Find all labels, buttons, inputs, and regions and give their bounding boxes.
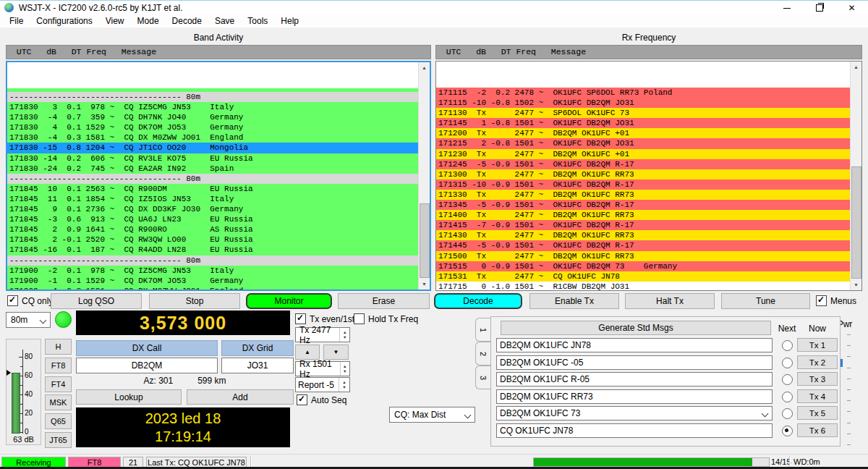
- next-radio-3[interactable]: [782, 374, 793, 385]
- next-radio-5[interactable]: [782, 408, 793, 419]
- menus-checkbox[interactable]: Menus: [816, 295, 856, 306]
- dx-call-input[interactable]: DB2QM: [76, 358, 218, 373]
- mode-button-jt65[interactable]: JT65: [45, 432, 72, 448]
- decode-row[interactable]: 171845 -3 0.6 913 ~ CQ UA6J LN23 EU Russ…: [7, 214, 419, 224]
- decode-row[interactable]: 171830 4 0.1 1529 ~ CQ DK7OM JO53 German…: [7, 122, 419, 132]
- scrollbar-thumb[interactable]: [420, 203, 430, 278]
- decode-row[interactable]: 171830 -14 0.2 606 ~ CQ RV3LE KO75 EU Ru…: [7, 153, 419, 164]
- generate-std-msgs-button[interactable]: Generate Std Msgs: [501, 321, 771, 335]
- stop-button[interactable]: Stop: [149, 293, 240, 309]
- decode-row[interactable]: 171315 -10 -0.9 1501 ~ OK1UFC DB2QM R-17: [436, 179, 851, 190]
- decode-row[interactable]: 171130 Tx 2477 ~ SP6DOL OK1UFC 73: [436, 108, 851, 118]
- decode-row[interactable]: 171900 -4 0.3 1581 ~ CQ DX M0ZWW JO01 En…: [7, 286, 419, 291]
- cq-mode-select[interactable]: CQ: Max Dist: [389, 407, 475, 423]
- cq-only-checkbox[interactable]: CQ only: [7, 295, 53, 306]
- mode-button-q65[interactable]: Q65: [45, 413, 72, 429]
- tx-freq-spinner[interactable]: Tx 2477 Hz ▲▼: [295, 327, 350, 342]
- decode-row[interactable]: 171830 -4 0.3 1581 ~ CQ DX M0ZWW JO01 En…: [7, 132, 419, 143]
- decode-row[interactable]: 171830 -4 0.7 359 ~ CQ DH7NK JO40 German…: [7, 112, 419, 122]
- freq-up-button[interactable]: ▲: [295, 345, 320, 360]
- decode-row[interactable]: 171500 Tx 2477 ~ DB2QM OK1UFC RR73: [436, 251, 851, 261]
- hold-tx-freq-checkbox[interactable]: Hold Tx Freq: [354, 313, 418, 324]
- decode-row[interactable]: 171445 -5 -0.9 1501 ~ OK1UFC DB2QM R-17: [436, 240, 851, 250]
- decode-row[interactable]: 171215 2 -0.8 1501 ~ OK1UFC DB2QM JO31: [436, 138, 851, 148]
- tx-message-field-4[interactable]: DB2QM OK1UFC RR73: [496, 389, 773, 404]
- tx-message-field-5[interactable]: DB2QM OK1UFC 73: [496, 406, 773, 421]
- decode-row[interactable]: 171900 -2 0.1 978 ~ CQ IZ5CMG JN53 Italy: [7, 266, 419, 276]
- menu-item[interactable]: Tools: [241, 14, 274, 28]
- tx-6-button[interactable]: Tx 6: [797, 423, 838, 437]
- lookup-button[interactable]: Lookup: [76, 389, 182, 405]
- decode-row[interactable]: 171115 -2 0.2 2478 ~ OK1UFC SP6DOL RR73 …: [436, 88, 851, 98]
- decode-row[interactable]: 171830 3 0.1 978 ~ CQ IZ5CMG JN53 Italy: [7, 102, 419, 112]
- next-radio-4[interactable]: [782, 392, 793, 402]
- mode-button-ft8[interactable]: FT8: [45, 358, 72, 373]
- mode-button-ft4[interactable]: FT4: [45, 376, 72, 392]
- decode-row[interactable]: 171115 -10 -0.8 1502 ~ OK1UFC DB2QM JO31: [436, 98, 851, 108]
- decode-button[interactable]: Decode: [434, 293, 522, 309]
- log-qso-button[interactable]: Log QSO: [51, 293, 142, 309]
- menu-item[interactable]: Save: [208, 14, 241, 28]
- decode-row[interactable]: 171845 11 0.1 1854 ~ CQ IZ5IOS JN53 Ital…: [7, 194, 419, 204]
- menu-item[interactable]: File: [3, 14, 30, 28]
- rx-frequency-scrollbar[interactable]: ▲ ▼: [850, 62, 861, 290]
- decode-row[interactable]: 171245 -5 -0.9 1501 ~ OK1UFC DB2QM R-17: [436, 159, 851, 169]
- scroll-down-icon[interactable]: ▼: [419, 279, 430, 290]
- spinner-arrows-icon[interactable]: ▲▼: [339, 378, 349, 392]
- spinner-arrows-icon[interactable]: ▲▼: [339, 328, 349, 342]
- rx-freq-spinner[interactable]: Rx 1501 Hz ▲▼: [295, 361, 350, 376]
- tx-message-field-1[interactable]: DB2QM OK1UFC JN78: [496, 338, 773, 352]
- erase-button[interactable]: Erase: [338, 293, 430, 309]
- decode-row[interactable]: 171330 Tx 2477 ~ DB2QM OK1UFC RR73: [436, 190, 851, 200]
- decode-row[interactable]: 171145 1 -0.8 1501 ~ OK1UFC DB2QM JO31: [436, 118, 851, 128]
- decode-row[interactable]: 171300 Tx 2477 ~ DB2QM OK1UFC RR73: [436, 169, 851, 179]
- halt-tx-button[interactable]: Halt Tx: [625, 293, 715, 309]
- tx-message-field-2[interactable]: DB2QM OK1UFC -05: [496, 355, 773, 370]
- decode-row[interactable]: 171830 -24 0.2 745 ~ CQ EA2AR IN92 Spain: [7, 164, 419, 174]
- close-button[interactable]: ✕: [835, 1, 868, 15]
- decode-row[interactable]: 171845 2 -0.1 2520 ~ CQ RW3QW LO00 EU Ru…: [7, 234, 419, 245]
- decode-row[interactable]: 171845 10 0.1 2563 ~ CQ R900DM EU Russia: [7, 184, 419, 194]
- decode-row[interactable]: 171830 -15 0.8 1204 ~ CQ JT1CO OO20 Mong…: [7, 143, 419, 153]
- menu-item[interactable]: Mode: [131, 14, 166, 28]
- decode-row[interactable]: 171230 Tx 2477 ~ DB2QM OK1UFC +01: [436, 149, 851, 159]
- tx-4-button[interactable]: Tx 4: [797, 389, 838, 403]
- band-select[interactable]: 80m: [6, 312, 51, 328]
- decode-row[interactable]: 171845 -16 0.1 187 ~ CQ R4ADD LN28 EU Ru…: [7, 245, 419, 255]
- dx-grid-input[interactable]: JO31: [221, 358, 294, 373]
- decode-row[interactable]: 171400 Tx 2477 ~ DB2QM OK1UFC RR73: [436, 210, 851, 220]
- tx-1-button[interactable]: Tx 1: [797, 338, 838, 352]
- decode-row[interactable]: 171715 0 -1.0 1501 ~ R1CBW DB2QM JO31: [436, 282, 851, 291]
- band-activity-scrollbar[interactable]: ▲ ▼: [418, 62, 430, 290]
- mode-button-msk[interactable]: MSK: [45, 394, 72, 410]
- tx-even-checkbox[interactable]: Tx even/1st: [295, 313, 354, 324]
- tx-message-field-3[interactable]: DB2QM OK1UFC R-05: [496, 372, 773, 386]
- tx-2-button[interactable]: Tx 2: [797, 355, 838, 369]
- decode-row[interactable]: 171845 2 0.9 1641 ~ CQ R900RO AS Russia: [7, 224, 419, 234]
- decode-row[interactable]: 171200 Tx 2477 ~ DB2QM OK1UFC +01: [436, 128, 851, 138]
- tx-tab-3[interactable]: 3: [475, 366, 490, 389]
- decode-row[interactable]: 171531 Tx 2477 ~ CQ OK1UFC JN78: [436, 271, 851, 282]
- report-spinner[interactable]: Report -5 ▲▼: [295, 377, 350, 392]
- scroll-up-icon[interactable]: ▲: [851, 62, 861, 72]
- scroll-down-icon[interactable]: ▼: [851, 279, 861, 290]
- scroll-up-icon[interactable]: ▲: [419, 62, 430, 73]
- tx-3-button[interactable]: Tx 3: [797, 372, 838, 386]
- tx-tab-2[interactable]: 2: [475, 342, 490, 366]
- enable-tx-button[interactable]: Enable Tx: [529, 293, 619, 309]
- tx-message-field-6[interactable]: CQ OK1UFC JN78: [496, 423, 773, 438]
- minimize-button[interactable]: [770, 1, 803, 15]
- tune-button[interactable]: Tune: [721, 293, 810, 309]
- decode-row[interactable]: 171515 0 -0.9 1501 ~ OK1UFC DB2QM 73 Ger…: [436, 261, 851, 271]
- menu-item[interactable]: View: [99, 14, 131, 28]
- decode-row[interactable]: 171900 -1 0.1 1529 ~ CQ DK7OM JO53 Germa…: [7, 276, 419, 286]
- mode-button-h[interactable]: H: [45, 339, 72, 355]
- next-radio-1[interactable]: [782, 340, 793, 351]
- menu-item[interactable]: Decode: [166, 14, 208, 28]
- next-radio-6[interactable]: [782, 426, 793, 436]
- decode-row[interactable]: 171430 Tx 2477 ~ DB2QM OK1UFC RR73: [436, 230, 851, 240]
- menu-item[interactable]: Help: [274, 14, 305, 28]
- decode-row[interactable]: ------------------------------------ 80m: [7, 255, 419, 266]
- scrollbar-thumb[interactable]: [851, 166, 861, 279]
- restore-button[interactable]: [803, 1, 835, 15]
